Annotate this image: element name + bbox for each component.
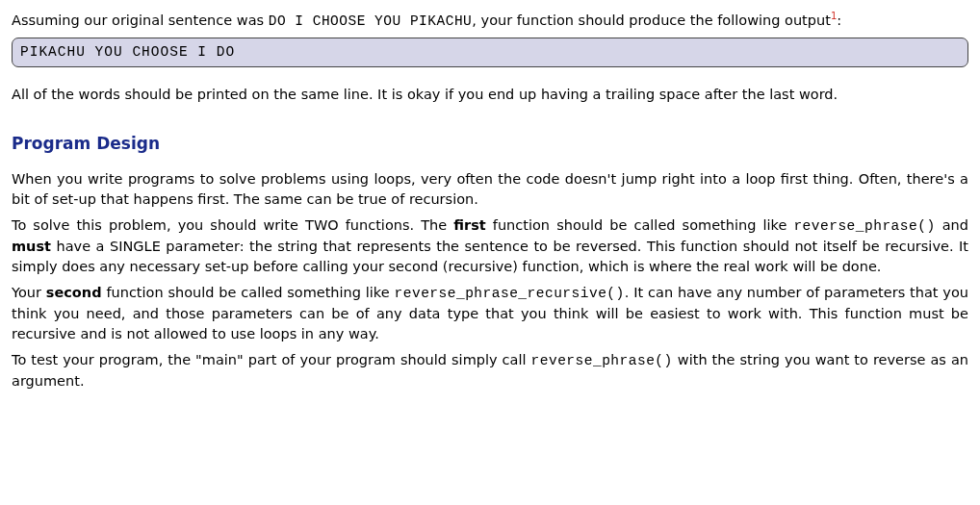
p2-must: must (12, 239, 51, 254)
intro-text-3: : (837, 13, 841, 28)
paragraph-3: Your second function should be called so… (12, 283, 968, 344)
p2-text-a: To solve this problem, you should write … (12, 217, 453, 233)
p2-text-b: function should be called something like (486, 217, 794, 233)
p3-code1: reverse_phrase_recursive() (395, 286, 625, 301)
p3-text-b: function should be called something like (102, 285, 395, 300)
p2-code1: reverse_phrase() (793, 218, 935, 234)
p2-text-c: and (936, 217, 968, 233)
code-block-wrap: PIKACHU YOU CHOOSE I DO (12, 38, 968, 67)
intro-paragraph: Assuming our original sentence was DO I … (12, 10, 968, 32)
p4-text-a: To test your program, the "main" part of… (12, 352, 531, 367)
p3-text-a: Your (12, 285, 46, 300)
section-heading: Program Design (12, 132, 968, 156)
paragraph-1: When you write programs to solve problem… (12, 169, 968, 210)
paragraph-4: To test your program, the "main" part of… (12, 350, 968, 391)
intro-text-1: Assuming our original sentence was (12, 13, 269, 28)
output-code-block: PIKACHU YOU CHOOSE I DO (12, 38, 968, 67)
intro-text-2: , your function should produce the follo… (472, 13, 831, 28)
intro-code: DO I CHOOSE YOU PIKACHU (269, 13, 473, 29)
p4-code1: reverse_phrase() (531, 353, 673, 368)
p2-text-d: have a SINGLE parameter: the string that… (12, 239, 968, 274)
paragraph-2: To solve this problem, you should write … (12, 215, 968, 277)
p3-second: second (46, 285, 102, 300)
p2-first: first (453, 217, 485, 233)
after-code-paragraph: All of the words should be printed on th… (12, 85, 968, 105)
